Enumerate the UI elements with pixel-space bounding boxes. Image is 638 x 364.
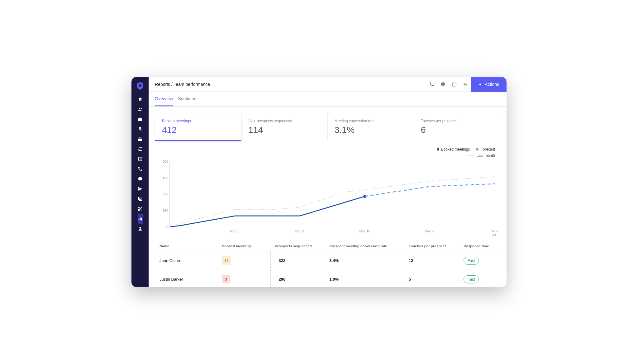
table-row[interactable]: Justin Barker32981.0%5Fast bbox=[155, 270, 500, 287]
x-tick-label: … bbox=[178, 229, 181, 233]
x-tick-label: Nov 9 bbox=[295, 229, 304, 233]
metric-label: Avg. prospects sequenced bbox=[248, 119, 321, 123]
x-tick-label: Nov 1 bbox=[230, 229, 239, 233]
y-tick-label: 450 bbox=[160, 176, 168, 180]
legend-dot-icon bbox=[476, 148, 478, 151]
calendar-icon[interactable] bbox=[449, 79, 460, 90]
column-header[interactable]: Response time bbox=[459, 241, 500, 251]
cell-name: Justin Barker bbox=[155, 270, 217, 287]
sidebar-home-icon[interactable] bbox=[138, 94, 143, 104]
column-header[interactable]: Name bbox=[155, 241, 217, 251]
chart-plot bbox=[169, 161, 495, 227]
cell-rate: 1.0% bbox=[325, 270, 404, 287]
cell-rate: 3.4% bbox=[325, 251, 404, 270]
content: Booked meetings412Avg. prospects sequenc… bbox=[149, 107, 507, 287]
legend-dot-icon bbox=[437, 148, 439, 151]
svg-rect-5 bbox=[138, 138, 142, 138]
metric-card[interactable]: Booked meetings412 bbox=[155, 113, 241, 141]
x-tick-label: Nov 23 bbox=[425, 229, 436, 233]
svg-rect-21 bbox=[141, 218, 142, 220]
metric-label: Meeting conversion rate bbox=[335, 119, 407, 123]
svg-point-22 bbox=[139, 227, 141, 229]
sidebar-chat-icon[interactable] bbox=[138, 174, 143, 184]
svg-point-1 bbox=[139, 108, 140, 109]
column-header[interactable]: Touches per prospect bbox=[404, 241, 459, 251]
app-window: Reports / Team performance Actions bbox=[131, 77, 507, 287]
cell-touches: 12 bbox=[404, 251, 459, 270]
team-table-section: NameBooked meetingsProspects sequencedPr… bbox=[155, 241, 500, 287]
actions-button[interactable]: Actions bbox=[471, 77, 507, 92]
column-header[interactable]: Prospects sequenced bbox=[270, 241, 325, 251]
cell-booked: 11 bbox=[217, 251, 270, 270]
legend-booked: Booked meetings bbox=[437, 147, 470, 152]
svg-rect-23 bbox=[452, 83, 456, 86]
logo-icon bbox=[136, 81, 145, 91]
metric-card[interactable]: Avg. prospects sequenced114 bbox=[241, 113, 328, 141]
column-header[interactable]: Prospect meeting conversion rate bbox=[325, 241, 404, 251]
sidebar-scissor-icon[interactable] bbox=[138, 204, 143, 214]
x-tick-label: Nov 30 bbox=[492, 229, 498, 237]
cell-response: Fast bbox=[459, 270, 500, 287]
tabs: OverviewSentiment bbox=[149, 92, 507, 107]
tasks-icon[interactable] bbox=[460, 79, 471, 90]
cell-touches: 5 bbox=[404, 270, 459, 287]
cell-response: Fast bbox=[459, 251, 500, 270]
sidebar bbox=[131, 77, 149, 287]
cell-booked: 3 bbox=[217, 270, 270, 287]
legend-forecast: Forecast bbox=[476, 147, 495, 152]
team-table: NameBooked meetingsProspects sequencedPr… bbox=[155, 241, 500, 287]
metrics-row: Booked meetings412Avg. prospects sequenc… bbox=[155, 113, 500, 141]
metric-value: 114 bbox=[248, 125, 321, 135]
sidebar-tasks-icon[interactable] bbox=[138, 144, 143, 154]
chart-section: Booked meetings Forecast Last month bbox=[155, 141, 500, 238]
table-row[interactable]: Jane Olson113223.4%12Fast bbox=[155, 251, 500, 270]
column-header[interactable]: Booked meetings bbox=[217, 241, 270, 251]
actions-label: Actions bbox=[485, 82, 499, 87]
sidebar-inbox-icon[interactable] bbox=[138, 154, 143, 164]
header: Reports / Team performance Actions bbox=[149, 77, 507, 92]
metric-card[interactable]: Touches per prospect6 bbox=[414, 113, 500, 141]
sidebar-people-icon[interactable] bbox=[138, 104, 143, 114]
svg-rect-13 bbox=[139, 198, 142, 200]
legend-label: Forecast bbox=[480, 147, 495, 152]
header-actions: Actions bbox=[426, 77, 507, 92]
legend-dash-icon bbox=[467, 156, 475, 156]
sidebar-dollar-icon[interactable] bbox=[138, 124, 143, 134]
svg-point-2 bbox=[140, 108, 141, 109]
sidebar-copy-icon[interactable] bbox=[138, 194, 143, 204]
metric-label: Touches per prospect bbox=[421, 119, 493, 123]
chat-icon[interactable] bbox=[437, 79, 449, 90]
sidebar-user-icon[interactable] bbox=[138, 224, 143, 234]
legend-lastmonth: Last month bbox=[467, 153, 495, 158]
legend-label: Booked meetings bbox=[441, 147, 470, 152]
y-tick-label: 0 bbox=[160, 225, 168, 229]
chart-area: 0150300450600 bbox=[169, 161, 495, 227]
y-tick-label: 600 bbox=[160, 160, 168, 163]
legend-label: Last month bbox=[477, 153, 495, 158]
main-area: Reports / Team performance Actions bbox=[149, 77, 507, 287]
metric-value: 6 bbox=[421, 125, 493, 135]
sidebar-briefcase-icon[interactable] bbox=[138, 114, 143, 124]
sidebar-phone-icon[interactable] bbox=[138, 164, 143, 174]
svg-rect-3 bbox=[138, 118, 142, 121]
y-tick-label: 300 bbox=[160, 192, 168, 196]
breadcrumb: Reports / Team performance bbox=[155, 82, 210, 87]
metric-card[interactable]: Meeting conversion rate3.1% bbox=[328, 113, 414, 141]
metrics-card: Booked meetings412Avg. prospects sequenc… bbox=[155, 113, 500, 287]
sidebar-send-icon[interactable] bbox=[138, 184, 143, 194]
cell-prospects: 322 bbox=[270, 251, 325, 270]
tab-overview[interactable]: Overview bbox=[155, 92, 173, 106]
cell-name: Jane Olson bbox=[155, 251, 217, 270]
x-tick-label: Nov 16 bbox=[359, 229, 370, 233]
cell-prospects: 298 bbox=[270, 270, 325, 287]
svg-point-0 bbox=[139, 84, 141, 87]
tab-sentiment[interactable]: Sentiment bbox=[178, 92, 198, 106]
svg-rect-19 bbox=[138, 219, 139, 220]
bolt-icon bbox=[478, 82, 482, 86]
sidebar-calendar-icon[interactable] bbox=[138, 134, 143, 144]
metric-value: 412 bbox=[162, 125, 234, 135]
phone-icon[interactable] bbox=[426, 79, 437, 90]
y-tick-label: 150 bbox=[160, 209, 168, 212]
sidebar-chart-icon[interactable] bbox=[138, 214, 143, 224]
svg-rect-20 bbox=[140, 217, 140, 220]
